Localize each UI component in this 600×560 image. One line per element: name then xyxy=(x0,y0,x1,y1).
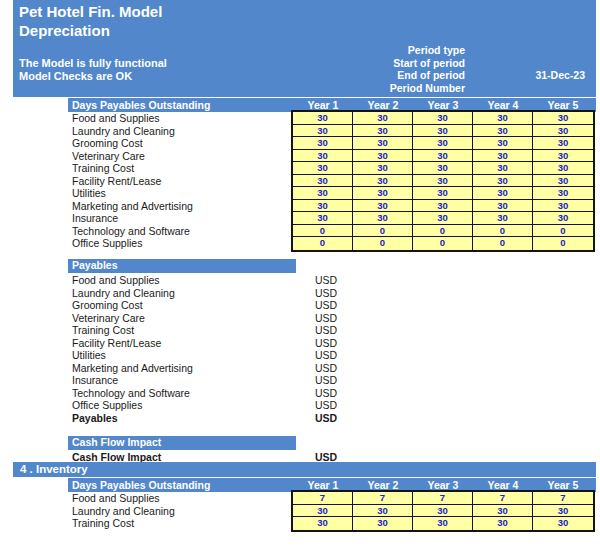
spreadsheet: Pet Hotel Fin. Model Depreciation The Mo… xyxy=(0,0,600,560)
input-cell[interactable]: 0 xyxy=(413,237,473,250)
inventory-section-header: 4 . Inventory xyxy=(13,462,596,477)
input-cell[interactable]: 30 xyxy=(293,162,353,175)
input-cell[interactable]: 30 xyxy=(353,517,413,530)
table-row: InsuranceUSD xyxy=(68,374,337,387)
input-cell[interactable]: 30 xyxy=(353,137,413,150)
input-cell[interactable]: 0 xyxy=(293,225,353,238)
row-label: Food and Supplies xyxy=(68,492,175,505)
input-cell[interactable]: 30 xyxy=(473,125,533,138)
input-cell[interactable]: 30 xyxy=(293,517,353,530)
input-cell[interactable]: 30 xyxy=(533,212,593,225)
input-cell[interactable]: 30 xyxy=(533,125,593,138)
input-cell[interactable]: 0 xyxy=(473,225,533,238)
col-header-year2: Year 2 xyxy=(353,479,413,491)
input-cell[interactable]: 7 xyxy=(533,492,593,505)
input-cell[interactable]: 30 xyxy=(293,212,353,225)
input-cell[interactable]: 0 xyxy=(293,237,353,250)
input-cell[interactable]: 7 xyxy=(353,492,413,505)
col-header-year5: Year 5 xyxy=(533,99,593,111)
input-cell[interactable]: 30 xyxy=(413,517,473,530)
input-cell[interactable]: 30 xyxy=(413,212,473,225)
input-cell[interactable]: 0 xyxy=(533,225,593,238)
input-cell[interactable]: 30 xyxy=(413,187,473,200)
input-cell[interactable]: 30 xyxy=(413,175,473,188)
period-labels: Period type Start of period End of perio… xyxy=(390,44,465,94)
input-cell[interactable]: 30 xyxy=(533,112,593,125)
input-cell[interactable]: 0 xyxy=(353,225,413,238)
payables-rows: Food and SuppliesUSD Laundry and Cleanin… xyxy=(68,274,337,424)
input-cell[interactable]: 30 xyxy=(293,150,353,163)
row-label: Marketing and Advertising xyxy=(68,200,193,213)
input-cell[interactable]: 30 xyxy=(473,517,533,530)
input-cell[interactable]: 0 xyxy=(533,237,593,250)
input-cell[interactable]: 30 xyxy=(533,517,593,530)
input-cell[interactable]: 30 xyxy=(533,175,593,188)
input-cell[interactable]: 30 xyxy=(473,137,533,150)
unit-label: USD xyxy=(315,399,337,412)
table-row: Grooming CostUSD xyxy=(68,299,337,312)
dpo-value-grid: 30 30 30 30 30 30 30 30 30 30 30 30 30 3… xyxy=(291,110,595,252)
input-cell[interactable]: 30 xyxy=(533,162,593,175)
input-cell[interactable]: 30 xyxy=(353,212,413,225)
row-label: Technology and Software xyxy=(68,225,193,238)
input-cell[interactable]: 0 xyxy=(473,237,533,250)
input-cell[interactable]: 30 xyxy=(473,162,533,175)
input-cell[interactable]: 30 xyxy=(533,137,593,150)
input-cell[interactable]: 30 xyxy=(353,150,413,163)
input-cell[interactable]: 30 xyxy=(353,200,413,213)
input-cell[interactable]: 30 xyxy=(473,505,533,518)
input-cell[interactable]: 30 xyxy=(533,505,593,518)
input-cell[interactable]: 30 xyxy=(353,187,413,200)
input-cell[interactable]: 30 xyxy=(413,162,473,175)
input-cell[interactable]: 30 xyxy=(413,112,473,125)
col-header-year4: Year 4 xyxy=(473,99,533,111)
col-header-year3: Year 3 xyxy=(413,99,473,111)
unit-label: USD xyxy=(315,312,337,325)
input-cell[interactable]: 30 xyxy=(293,187,353,200)
input-cell[interactable]: 7 xyxy=(413,492,473,505)
end-of-period-label: End of period xyxy=(390,69,465,82)
input-cell[interactable]: 30 xyxy=(413,505,473,518)
input-cell[interactable]: 30 xyxy=(293,175,353,188)
input-cell[interactable]: 30 xyxy=(293,112,353,125)
table-row: UtilitiesUSD xyxy=(68,349,337,362)
input-cell[interactable]: 30 xyxy=(473,187,533,200)
inventory-dpo-table-title: Days Payables Outstanding xyxy=(68,479,293,491)
input-cell[interactable]: 30 xyxy=(473,212,533,225)
input-cell[interactable]: 30 xyxy=(413,125,473,138)
input-cell[interactable]: 30 xyxy=(473,200,533,213)
row-label: Insurance xyxy=(68,374,315,387)
row-label: Laundry and Cleaning xyxy=(68,287,315,300)
input-cell[interactable]: 30 xyxy=(353,175,413,188)
input-cell[interactable]: 30 xyxy=(413,137,473,150)
row-label: Training Cost xyxy=(68,324,315,337)
input-cell[interactable]: 30 xyxy=(353,112,413,125)
input-cell[interactable]: 7 xyxy=(293,492,353,505)
input-cell[interactable]: 0 xyxy=(353,237,413,250)
input-cell[interactable]: 30 xyxy=(413,150,473,163)
input-cell[interactable]: 30 xyxy=(533,150,593,163)
input-cell[interactable]: 30 xyxy=(293,125,353,138)
input-cell[interactable]: 30 xyxy=(293,200,353,213)
row-label: Insurance xyxy=(68,212,193,225)
input-cell[interactable]: 30 xyxy=(293,137,353,150)
input-cell[interactable]: 30 xyxy=(353,162,413,175)
input-cell[interactable]: 7 xyxy=(473,492,533,505)
input-cell[interactable]: 30 xyxy=(473,112,533,125)
input-cell[interactable]: 30 xyxy=(353,505,413,518)
row-label: Utilities xyxy=(68,349,315,362)
unit-label: USD xyxy=(315,299,337,312)
input-cell[interactable]: 30 xyxy=(533,187,593,200)
input-cell[interactable]: 30 xyxy=(293,505,353,518)
input-cell[interactable]: 0 xyxy=(413,225,473,238)
payables-total-row: PayablesUSD xyxy=(68,412,337,425)
input-cell[interactable]: 30 xyxy=(533,200,593,213)
page-title: Depreciation xyxy=(19,22,110,39)
inventory-value-grid: 7 7 7 7 7 30 30 30 30 30 30 30 30 30 30 xyxy=(291,490,595,532)
input-cell[interactable]: 30 xyxy=(353,125,413,138)
end-of-period-date: 31-Dec-23 xyxy=(535,69,585,81)
col-header-year4: Year 4 xyxy=(473,479,533,491)
input-cell[interactable]: 30 xyxy=(473,150,533,163)
input-cell[interactable]: 30 xyxy=(413,200,473,213)
input-cell[interactable]: 30 xyxy=(473,175,533,188)
